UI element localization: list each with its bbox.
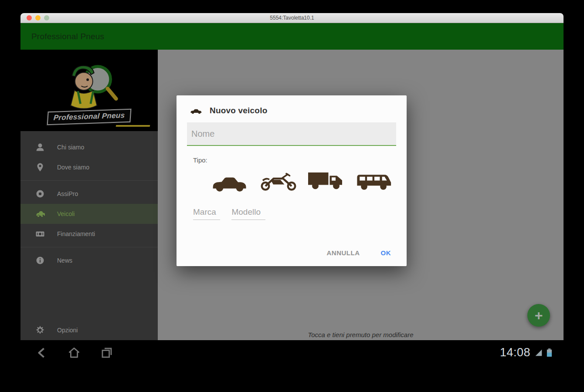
nome-input[interactable]: [187, 122, 396, 146]
window-titlebar: 5554:Tavoletta10.1: [20, 13, 564, 23]
android-navbar: 14:08: [20, 340, 564, 365]
signal-icon: [534, 348, 543, 357]
emulator-window: 5554:Tavoletta10.1 Professional Pneus: [20, 13, 564, 365]
status-clock: 14:08: [500, 346, 530, 359]
marca-input[interactable]: [193, 207, 220, 220]
home-button[interactable]: [68, 346, 81, 359]
vehicle-type-motorcycle-icon[interactable]: [259, 170, 298, 193]
battery-icon: [547, 348, 552, 357]
recents-button[interactable]: [100, 346, 113, 359]
dialog-title: Nuovo veicolo: [210, 106, 267, 115]
vehicle-type-car-icon[interactable]: [210, 172, 250, 193]
vehicle-type-truck-icon[interactable]: [307, 168, 346, 193]
car-icon: [190, 107, 203, 115]
vehicle-type-van-icon[interactable]: [355, 170, 394, 193]
cancel-button[interactable]: ANNULLA: [326, 247, 361, 259]
back-button[interactable]: [35, 346, 48, 359]
ok-button[interactable]: OK: [380, 247, 392, 259]
window-title: 5554:Tavoletta10.1: [20, 15, 564, 21]
tipo-label: Tipo:: [193, 156, 407, 164]
new-vehicle-dialog: Nuovo veicolo Tipo:: [177, 95, 407, 266]
modello-input[interactable]: [231, 207, 265, 220]
android-app: Professional Pneus: [20, 23, 564, 340]
vehicle-type-row: [177, 164, 407, 193]
brand-model-row: [193, 207, 407, 220]
